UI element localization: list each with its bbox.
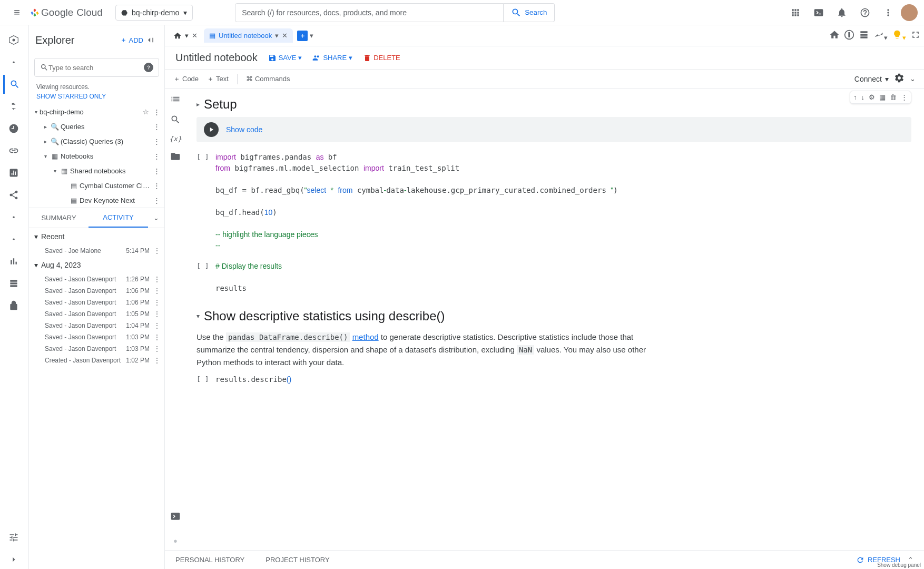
code-cell-describe[interactable]: [ ] results.describe(): [196, 374, 911, 385]
tree-queries[interactable]: ▸ 🔍 Queries ⋮: [29, 119, 164, 134]
notebook-title[interactable]: Untitled notebook: [175, 52, 258, 64]
activity-row[interactable]: Created - Jason Davenport1:02 PM⋮: [29, 355, 164, 366]
activity-row[interactable]: Saved - Jason Davenport1:06 PM⋮: [29, 297, 164, 308]
rail-search[interactable]: [3, 75, 24, 94]
describe-heading[interactable]: ▾ Show descriptive statistics using desc…: [196, 309, 911, 323]
more-vert-icon[interactable]: ⋮: [152, 322, 162, 329]
code-content[interactable]: import bigframes.pandas as bf from bigfr…: [215, 152, 911, 251]
activity-row[interactable]: Saved - Jason Davenport1:26 PM⋮: [29, 273, 164, 285]
rail-transfers[interactable]: [3, 97, 24, 116]
tab-info-icon[interactable]: [844, 30, 854, 42]
move-down-icon[interactable]: ↓: [861, 93, 865, 101]
files-icon[interactable]: [170, 151, 181, 163]
more-vert-icon[interactable]: ⋮: [151, 197, 162, 204]
activity-row[interactable]: Saved - Jason Davenport1:03 PM⋮: [29, 331, 164, 343]
user-avatar[interactable]: [901, 4, 918, 21]
tree-notebooks[interactable]: ▾ ▦ Notebooks ⋮: [29, 149, 164, 163]
chevron-down-icon[interactable]: ▾: [51, 168, 58, 174]
more-vert-icon[interactable]: ⋮: [152, 247, 162, 254]
debug-panel-link[interactable]: Show debug panel: [877, 562, 921, 568]
find-icon[interactable]: [170, 114, 181, 126]
more-vert-icon[interactable]: ⋮: [151, 108, 162, 116]
chevron-right-icon[interactable]: ▸: [42, 139, 49, 144]
home-tab[interactable]: ▾ ✕: [168, 28, 203, 43]
more-vert-icon[interactable]: ⋮: [152, 345, 162, 352]
activity-row[interactable]: Saved - Jason Davenport1:03 PM⋮: [29, 343, 164, 355]
code-content[interactable]: # Display the results results: [215, 261, 911, 294]
run-cell-button[interactable]: [204, 122, 219, 137]
activity-row[interactable]: Saved - Joe Malone5:14 PM⋮: [29, 245, 164, 257]
code-cell-imports[interactable]: [ ] import bigframes.pandas as bf from b…: [196, 152, 911, 251]
activity-row[interactable]: Saved - Jason Davenport1:06 PM⋮: [29, 285, 164, 297]
tab-format-icon[interactable]: ▾: [873, 30, 888, 42]
chevron-down-icon[interactable]: ▾: [196, 312, 200, 320]
rail-capacity[interactable]: [3, 274, 24, 293]
cloud-shell-button[interactable]: [808, 2, 829, 23]
rail-expand[interactable]: [3, 550, 24, 569]
tree-shared-notebooks[interactable]: ▾ ▦ Shared notebooks ⋮: [29, 163, 164, 178]
tab-fullscreen-icon[interactable]: [910, 30, 921, 42]
help-button[interactable]: [854, 2, 876, 23]
share-button[interactable]: SHARE ▾: [312, 54, 352, 62]
notifications-button[interactable]: [831, 2, 852, 23]
more-vert-icon[interactable]: ⋮: [152, 333, 162, 341]
code-cell-results[interactable]: [ ] # Display the results results: [196, 261, 911, 294]
apps-button[interactable]: [785, 2, 806, 23]
chevron-right-icon[interactable]: ▸: [196, 101, 200, 108]
save-button[interactable]: SAVE ▾: [268, 54, 302, 62]
code-content[interactable]: results.describe(): [215, 374, 911, 385]
cell-more-icon[interactable]: ⋮: [901, 93, 908, 101]
dropdown-icon[interactable]: ▾: [310, 32, 313, 40]
add-text-button[interactable]: ＋ Text: [207, 74, 229, 84]
move-up-icon[interactable]: ↑: [853, 93, 857, 101]
search-button[interactable]: Search: [504, 3, 555, 22]
main-menu-button[interactable]: ≡: [6, 2, 27, 23]
rail-analytics[interactable]: [3, 163, 24, 182]
toc-icon[interactable]: [170, 94, 181, 106]
chevron-right-icon[interactable]: ▸: [42, 124, 49, 130]
runtime-settings-button[interactable]: [894, 73, 905, 85]
collapsed-code-cell[interactable]: Show code: [196, 117, 911, 142]
tree-dev-keynote-notebook[interactable]: ▤ Dev Keynote Next ⋮: [29, 193, 164, 208]
rail-dot[interactable]: •: [3, 53, 24, 72]
delete-button[interactable]: DELETE: [363, 54, 400, 62]
rail-dot3[interactable]: •: [3, 230, 24, 249]
project-selector[interactable]: ⬣ bq-chirp-demo ▾: [115, 5, 193, 21]
more-vert-icon[interactable]: ⋮: [152, 299, 162, 306]
rail-dot2[interactable]: •: [3, 208, 24, 227]
personal-history-tab[interactable]: PERSONAL HISTORY: [175, 556, 244, 564]
notebook-tab[interactable]: ▤ Untitled notebook ▾ ✕: [204, 28, 293, 43]
tree-classic-queries[interactable]: ▸ 🔍 (Classic) Queries (3) ⋮: [29, 134, 164, 149]
rail-link[interactable]: [3, 141, 24, 160]
close-icon[interactable]: ✕: [282, 32, 288, 40]
tree-cymbal-notebook[interactable]: ▤ Cymbal Customer Clu... ⋮: [29, 178, 164, 193]
commands-button[interactable]: ⌘ Commands: [246, 75, 290, 83]
explorer-search[interactable]: [34, 58, 159, 77]
collapse-panel-button[interactable]: [143, 33, 158, 47]
add-resource-button[interactable]: ＋ ADD: [120, 35, 143, 45]
rail-schedule[interactable]: [3, 119, 24, 138]
search-input[interactable]: Search (/) for resources, docs, products…: [235, 3, 504, 22]
tab-lightbulb-icon[interactable]: ▾: [892, 30, 906, 42]
show-code-link[interactable]: Show code: [226, 125, 262, 134]
activity-date-header[interactable]: ▾ Aug 4, 2023: [29, 257, 164, 273]
more-vert-icon[interactable]: ⋮: [152, 287, 162, 295]
rail-share[interactable]: [3, 185, 24, 204]
more-vert-icon[interactable]: ⋮: [151, 138, 162, 145]
connect-button[interactable]: Connect ▾: [854, 75, 889, 83]
mirror-cell-icon[interactable]: ▦: [879, 93, 886, 101]
collapse-details-button[interactable]: ⌄: [148, 214, 164, 222]
more-vert-icon[interactable]: ⋮: [151, 123, 162, 131]
more-vert-icon[interactable]: ⋮: [152, 310, 162, 318]
show-starred-link[interactable]: SHOW STARRED ONLY: [29, 92, 164, 104]
tab-home-icon[interactable]: [829, 30, 840, 42]
summary-tab[interactable]: SUMMARY: [29, 209, 89, 227]
more-button[interactable]: [878, 2, 899, 23]
cell-settings-icon[interactable]: ⚙: [869, 93, 875, 101]
variables-icon[interactable]: {x}: [169, 135, 181, 143]
delete-cell-icon[interactable]: 🗑: [890, 93, 897, 101]
star-icon[interactable]: ☆: [141, 108, 151, 116]
add-tab-button[interactable]: ＋ ▾: [297, 31, 313, 41]
google-cloud-logo[interactable]: Google Cloud: [30, 7, 103, 18]
bigquery-icon[interactable]: [3, 31, 24, 50]
